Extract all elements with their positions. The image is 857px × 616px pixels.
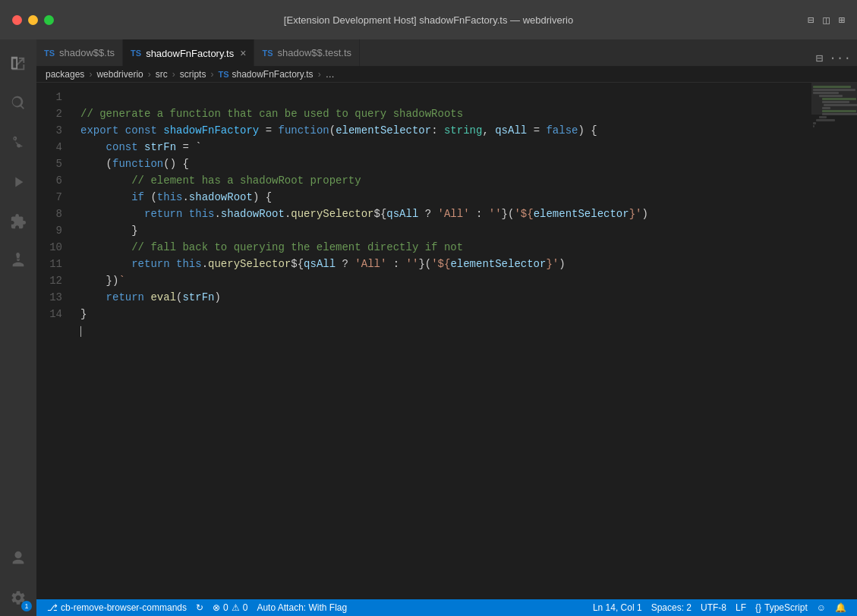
code-line-4: (function() {: [80, 158, 189, 170]
code-line-5: // element has a shadowRoot property: [80, 174, 361, 187]
spaces-label: Spaces: 2: [651, 602, 692, 613]
breadcrumb-file[interactable]: shadowFnFactory.ts: [232, 69, 313, 80]
sync-icon: ↻: [196, 602, 203, 613]
app-container: 1 TS shadow$$.ts TS shadowFnFactory.ts ×…: [0, 39, 857, 616]
breadcrumb-sep: ›: [172, 69, 175, 80]
breadcrumb: packages › webdriverio › src › scripts ›…: [36, 66, 857, 83]
sidebar-item-explorer[interactable]: [0, 46, 36, 82]
sidebar-item-test[interactable]: [0, 243, 36, 279]
code-line-13: }: [80, 308, 87, 320]
code-line-2: export const shadowFnFactory = function(…: [80, 124, 597, 137]
breadcrumb-src[interactable]: src: [156, 69, 168, 80]
status-sync[interactable]: ↻: [191, 599, 208, 616]
code-line-9: // fall back to querying the element dir…: [80, 241, 463, 253]
feedback-icon: ☺: [817, 602, 826, 613]
bell-icon: 🔔: [835, 602, 846, 613]
tab-label: shadowFnFactory.ts: [146, 48, 234, 59]
titlebar: [Extension Development Host] shadowFnFac…: [0, 0, 857, 39]
tab-actions: ⊟ ···: [810, 51, 857, 66]
ln-8: 8: [36, 206, 62, 222]
tab-factory[interactable]: TS shadowFnFactory.ts ×: [123, 39, 254, 66]
sidebar-item-source-control[interactable]: [0, 124, 36, 161]
status-bell[interactable]: 🔔: [830, 599, 851, 616]
tab-test[interactable]: TS shadow$$.test.ts: [254, 39, 360, 66]
sidebar-item-settings[interactable]: 1: [0, 580, 36, 616]
ts-icon: TS: [262, 49, 273, 58]
ln-12: 12: [36, 272, 62, 289]
status-spaces[interactable]: Spaces: 2: [647, 599, 696, 616]
code-content[interactable]: // generate a function that can be used …: [74, 83, 857, 599]
tab-close-icon[interactable]: ×: [240, 47, 246, 59]
breadcrumb-sep: ›: [210, 69, 213, 80]
status-errors[interactable]: ⊗ 0 ⚠ 0: [208, 599, 252, 616]
ln-13: 13: [36, 289, 62, 306]
ts-icon: TS: [131, 49, 141, 58]
split-editor-icon[interactable]: ⊟: [808, 14, 814, 27]
breadcrumb-ts-icon: TS: [218, 70, 228, 79]
warning-icon: ⚠: [232, 602, 240, 613]
activity-bar: 1: [0, 39, 36, 616]
ln-5: 5: [36, 156, 62, 172]
code-line-11: })`: [80, 275, 125, 287]
error-count: 0: [223, 602, 228, 613]
branch-name: cb-remove-browser-commands: [61, 602, 187, 613]
breadcrumb-webdriverio[interactable]: webdriverio: [96, 69, 143, 80]
breadcrumb-sep: ›: [318, 69, 321, 80]
status-line-ending[interactable]: LF: [731, 599, 751, 616]
ln-11: 11: [36, 256, 62, 272]
language-label: TypeScript: [764, 602, 808, 613]
ln-2: 2: [36, 105, 62, 122]
ln-7: 7: [36, 189, 62, 206]
language-icon: {}: [755, 602, 761, 613]
tab-bar: TS shadow$$.ts TS shadowFnFactory.ts × T…: [36, 39, 857, 66]
ln-1: 1: [36, 89, 62, 105]
traffic-lights: [12, 15, 54, 25]
code-line-1: // generate a function that can be used …: [80, 108, 463, 120]
status-feedback[interactable]: ☺: [812, 599, 830, 616]
svg-rect-2: [19, 60, 24, 61]
sidebar-item-run[interactable]: [0, 164, 36, 200]
branch-icon: ⎇: [47, 602, 58, 613]
status-branch[interactable]: ⎇ cb-remove-browser-commands: [43, 599, 191, 616]
breadcrumb-ellipsis[interactable]: …: [326, 69, 335, 80]
encoding-label: UTF-8: [701, 602, 726, 613]
sidebar-item-extensions[interactable]: [0, 203, 36, 240]
more-icon[interactable]: ⊞: [839, 14, 845, 27]
code-line-3: const strFn = `: [80, 141, 202, 153]
minimap: [811, 83, 857, 599]
sidebar-item-search[interactable]: [0, 85, 36, 121]
settings-badge: 1: [21, 601, 32, 611]
tab-shadow[interactable]: TS shadow$$.ts: [36, 39, 123, 66]
status-encoding[interactable]: UTF-8: [696, 599, 731, 616]
code-editor: 1 2 3 4 5 6 7 8 9 10 11 12 13 14 // gene…: [36, 83, 857, 599]
auto-attach-label: Auto Attach: With Flag: [257, 602, 347, 613]
status-bar: ⎇ cb-remove-browser-commands ↻ ⊗ 0 ⚠ 0 A…: [36, 599, 857, 616]
window-title: [Extension Development Host] shadowFnFac…: [284, 14, 573, 26]
code-line-8: }: [80, 225, 138, 237]
breadcrumb-packages[interactable]: packages: [46, 69, 84, 80]
code-line-6: if (this.shadowRoot) {: [80, 191, 272, 203]
maximize-button[interactable]: [44, 15, 54, 25]
ln-14: 14: [36, 306, 62, 322]
titlebar-icons: ⊟ ◫ ⊞: [808, 14, 845, 27]
split-editor-tab-icon[interactable]: ⊟: [816, 51, 824, 66]
tab-label: shadow$$.ts: [59, 47, 115, 58]
breadcrumb-sep: ›: [89, 69, 92, 80]
layout-icon[interactable]: ◫: [823, 14, 829, 27]
error-icon: ⊗: [213, 602, 220, 613]
position-label: Ln 14, Col 1: [593, 602, 642, 613]
status-position[interactable]: Ln 14, Col 1: [588, 599, 647, 616]
warning-count: 0: [243, 602, 248, 613]
code-line-7: return this.shadowRoot.querySelector${qs…: [80, 208, 648, 220]
line-numbers: 1 2 3 4 5 6 7 8 9 10 11 12 13 14: [36, 83, 74, 599]
more-tab-icon[interactable]: ···: [829, 52, 851, 65]
sidebar-item-account[interactable]: [0, 540, 36, 577]
close-button[interactable]: [12, 15, 22, 25]
code-line-12: return eval(strFn): [80, 291, 221, 303]
ln-9: 9: [36, 222, 62, 239]
minimize-button[interactable]: [28, 15, 38, 25]
breadcrumb-scripts[interactable]: scripts: [180, 69, 206, 80]
svg-rect-1: [19, 58, 24, 59]
status-language[interactable]: {} TypeScript: [751, 599, 812, 616]
status-auto-attach[interactable]: Auto Attach: With Flag: [252, 599, 351, 616]
